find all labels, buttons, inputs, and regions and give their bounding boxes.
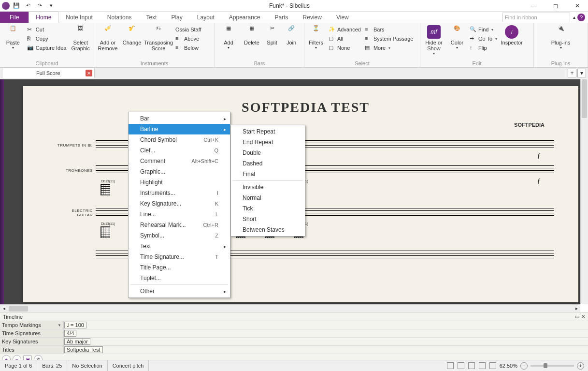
context-item[interactable]: Final <box>231 169 305 179</box>
close-tab-icon[interactable]: ✕ <box>86 70 92 76</box>
tab-home[interactable]: Home <box>29 12 58 23</box>
qat-undo[interactable]: ↶ <box>23 1 33 11</box>
select-graphic-button[interactable]: 🖼SelectGraphic <box>69 24 92 52</box>
join-button[interactable]: 🔗Join <box>283 24 300 46</box>
context-item[interactable]: Chord SymbolCtrl+K <box>129 134 230 145</box>
minimize-button[interactable]: — <box>523 0 545 12</box>
select-none-button[interactable]: ▢None <box>328 44 362 52</box>
paste-button[interactable]: 📋Paste▾ <box>2 24 24 51</box>
context-item[interactable]: Barline <box>129 124 230 134</box>
tab-play[interactable]: Play <box>164 12 189 23</box>
add-bar-button[interactable]: ▦Add▾ <box>217 24 240 51</box>
horizontal-scrollbar[interactable]: ◂▸ <box>0 304 580 312</box>
context-item[interactable]: CommentAlt+Shift+C <box>129 156 230 166</box>
view-mode-icon[interactable] <box>447 362 454 369</box>
context-item[interactable]: Tuplet... <box>129 273 230 283</box>
context-item[interactable]: Line...L <box>129 209 230 220</box>
zoom-slider[interactable] <box>531 365 574 367</box>
view-mode-icon[interactable] <box>458 362 464 369</box>
zoom-in-button[interactable]: + <box>577 362 584 370</box>
close-panel-icon[interactable]: ✕ <box>581 314 585 319</box>
timeline-row[interactable]: TitlesSoftpedia Test <box>0 346 588 354</box>
vertical-scrollbar[interactable] <box>580 79 588 304</box>
capture-idea-button[interactable]: Capture Idea <box>26 44 68 52</box>
zoom-out-button[interactable]: − <box>520 362 528 370</box>
close-button[interactable]: ✕ <box>566 0 588 12</box>
tab-view[interactable]: View <box>329 12 356 23</box>
advanced-button[interactable]: ✨Advanced <box>328 25 362 34</box>
context-item[interactable]: Normal <box>231 193 305 203</box>
context-item[interactable]: Dashed <box>231 158 305 169</box>
context-item[interactable]: Short <box>231 214 305 224</box>
system-passage-button[interactable]: ≡System Passage <box>364 34 415 43</box>
file-tab[interactable]: File <box>0 12 29 23</box>
inspector-button[interactable]: iInspector <box>500 24 523 46</box>
plugins-button[interactable]: 🔌Plug-ins▾ <box>549 24 573 51</box>
copy-button[interactable]: Copy <box>26 34 68 43</box>
collapse-ribbon-icon[interactable]: ▴ <box>573 15 575 20</box>
change-button[interactable]: 🎷Change <box>121 24 143 46</box>
context-item[interactable]: Text <box>129 241 230 252</box>
add-remove-button[interactable]: 🎺Add or Remove <box>96 24 119 52</box>
split-button[interactable]: ✂Split <box>263 24 281 46</box>
timeline-row[interactable]: Tempo Markings▼♩ = 100 <box>0 321 588 329</box>
tabs-menu-button[interactable]: ▾ <box>577 69 586 77</box>
context-item[interactable]: Key Signature...K <box>129 198 230 209</box>
maximize-button[interactable]: ◻ <box>545 0 566 12</box>
view-mode-icon[interactable] <box>468 362 475 369</box>
context-item[interactable]: Symbol...Z <box>129 230 230 241</box>
cut-button[interactable]: Cut <box>26 25 68 34</box>
document-tab[interactable]: Full Score✕ <box>2 68 95 78</box>
tab-appearance[interactable]: Appearance <box>222 12 268 23</box>
select-all-button[interactable]: ▢All <box>328 34 362 43</box>
goto-button[interactable]: ➡Go To <box>469 34 498 43</box>
context-item[interactable]: Invisible <box>231 182 305 193</box>
select-bars-button[interactable]: ≡Bars <box>364 25 415 34</box>
new-tab-button[interactable]: + <box>568 69 576 77</box>
context-item[interactable]: Double <box>231 148 305 158</box>
help-icon[interactable]: ? <box>577 14 585 21</box>
tab-parts[interactable]: Parts <box>268 12 296 23</box>
tab-note-input[interactable]: Note Input <box>58 12 100 23</box>
context-item[interactable]: Instruments...I <box>129 188 230 198</box>
hide-show-button[interactable]: mfHide or Show▾ <box>422 24 445 57</box>
tab-review[interactable]: Review <box>296 12 329 23</box>
tab-layout[interactable]: Layout <box>190 12 222 23</box>
below-button[interactable]: ≡Below <box>174 44 202 52</box>
flip-button[interactable]: ↕Flip <box>469 44 498 52</box>
timeline-row[interactable]: Key SignaturesAb major <box>0 338 588 346</box>
context-item[interactable]: Between Staves <box>231 224 305 235</box>
context-item[interactable]: Title Page... <box>129 262 230 273</box>
status-pitch[interactable]: Concert pitch <box>108 360 149 371</box>
find-button[interactable]: 🔍Find <box>469 25 498 34</box>
select-more-button[interactable]: ▤More <box>364 44 415 52</box>
context-item[interactable]: Time Signature...T <box>129 252 230 262</box>
tab-text[interactable]: Text <box>139 12 164 23</box>
view-mode-icon[interactable] <box>479 362 486 369</box>
timeline-row[interactable]: Time Signatures4/4 <box>0 329 588 338</box>
status-page[interactable]: Page 1 of 6 <box>0 360 37 371</box>
find-in-ribbon[interactable]: Find in ribbon <box>502 13 570 22</box>
context-item[interactable]: Rehearsal Mark...Ctrl+R <box>129 220 230 230</box>
ossia-staff-button[interactable]: Ossia Staff <box>174 25 202 34</box>
context-item[interactable]: Other <box>129 286 230 297</box>
view-mode-icon[interactable] <box>489 362 496 369</box>
undock-icon[interactable]: ▭ <box>575 314 579 319</box>
color-button[interactable]: 🎨Color▾ <box>447 24 467 51</box>
context-item[interactable]: Start Repeat <box>231 126 305 137</box>
qat-save[interactable]: 💾 <box>12 1 21 11</box>
delete-bar-button[interactable]: ▦Delete <box>242 24 261 46</box>
context-item[interactable]: Bar <box>129 113 230 124</box>
context-item[interactable]: End Repeat <box>231 137 305 148</box>
qat-redo[interactable]: ↷ <box>35 1 44 11</box>
above-button[interactable]: ≡Above <box>174 34 202 43</box>
tab-notations[interactable]: Notations <box>100 12 139 23</box>
filters-button[interactable]: ⏳Filters▾ <box>306 24 326 51</box>
zoom-value[interactable]: 62.50% <box>500 363 517 369</box>
context-item[interactable]: Tick <box>231 203 305 214</box>
qat-customize[interactable]: ▾ <box>46 1 56 11</box>
context-item[interactable]: Highlight <box>129 177 230 188</box>
transposing-button[interactable]: ♯♭Transposing Score <box>144 24 172 52</box>
context-item[interactable]: Graphic... <box>129 166 230 177</box>
context-item[interactable]: Clef...Q <box>129 145 230 156</box>
